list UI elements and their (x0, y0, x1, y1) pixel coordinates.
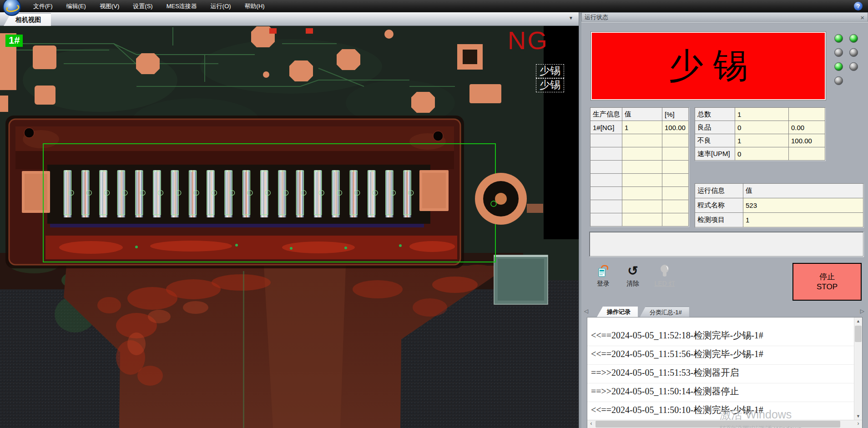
scroll-right-icon[interactable]: › (854, 420, 862, 428)
table-row: 速率[UPM]0 (695, 147, 825, 161)
status-light-on (834, 34, 843, 43)
table-row (590, 147, 689, 161)
log-horizontal-scrollbar[interactable]: ‹ › (587, 420, 862, 428)
status-light-off (834, 76, 843, 85)
scroll-up-icon[interactable]: ▲ (854, 317, 862, 325)
status-lights (834, 34, 866, 102)
table-cell: 1 (735, 108, 789, 121)
table-cell: 523 (743, 198, 863, 213)
defect-label: 少锡 (536, 78, 564, 92)
table-cell: 1 (622, 121, 662, 134)
panel-header: 运行状态 × (581, 12, 868, 22)
table-cell: 值 (622, 108, 662, 121)
table-cell: 良品 (695, 121, 735, 134)
table-row: 生产信息值[%] (590, 108, 689, 121)
tab-scroll-right-icon[interactable]: ▷ (860, 308, 864, 314)
defect-label: 少锡 (536, 64, 564, 78)
table-row: 检测项目1 (695, 213, 863, 227)
menu-item[interactable]: 编辑(E) (60, 2, 93, 10)
menu-item[interactable]: 文件(F) (26, 2, 60, 10)
status-light-off (834, 48, 843, 57)
log-entry: <<==2024-05-05_11:50:10-检测完毕-少锡-1# (587, 402, 854, 420)
led-light-button[interactable]: LED 灯 (649, 264, 681, 290)
table-cell: 速率[UPM] (695, 147, 735, 161)
table-cell (590, 200, 622, 213)
table-cell (789, 108, 825, 121)
table-cell (662, 174, 689, 187)
table-cell (662, 187, 689, 200)
table-cell (590, 174, 622, 187)
stop-label-cn: 停止 (819, 272, 835, 282)
table-row: 不良1100.00 (695, 134, 825, 147)
log-vertical-scrollbar[interactable]: ▲ ▼ (854, 317, 862, 420)
menu-item[interactable]: MES连接器 (160, 2, 204, 10)
panel-body: 少锡 生产信息值[%]1#[NG]1100.00 总数1良品00.00不良110… (581, 22, 868, 428)
led-bulb-icon (649, 264, 681, 279)
help-icon[interactable]: ? (854, 2, 863, 10)
log-entry: ==>>2024-05-05_11:51:53-检测器开启 (587, 365, 854, 383)
chevron-down-icon[interactable]: ▼ (569, 15, 573, 20)
status-light-on (834, 62, 843, 71)
tab-scroll-left-icon[interactable]: ◁ (584, 308, 588, 314)
run-status-panel: 运行状态 × 少锡 生产信息值[%]1#[NG]1100.00 总数1良品00.… (581, 12, 868, 428)
table-cell (590, 213, 622, 227)
clear-label: 清除 (626, 280, 639, 287)
table-cell: 100.00 (662, 121, 689, 134)
log-entry: <<==2024-05-05_11:51:56-检测完毕-少锡-1# (587, 346, 854, 365)
status-light-off (849, 62, 858, 71)
table-cell (622, 161, 662, 174)
run-info-table: 运行信息值程式名称523检测项目1 (695, 183, 863, 227)
panel-title: 运行状态 (585, 14, 608, 20)
table-cell: 值 (743, 184, 863, 198)
tab-operation-log[interactable]: 操作记录 (597, 307, 638, 317)
table-cell (789, 147, 825, 161)
table-cell (662, 200, 689, 213)
table-row: 程式名称523 (695, 198, 863, 213)
hscroll-thumb[interactable] (595, 421, 840, 428)
clear-button[interactable]: ↺ 清除 (620, 264, 646, 290)
table-cell: 1 (735, 134, 789, 147)
table-cell (622, 187, 662, 200)
table-cell (662, 213, 689, 227)
menu-item[interactable]: 视图(V) (93, 2, 126, 10)
menu-item[interactable]: 设置(S) (126, 2, 159, 10)
menu-item[interactable]: 运行(O) (204, 2, 238, 10)
tab-classification-summary[interactable]: 分类汇总-1# (640, 307, 689, 317)
operation-log: <<==2024-05-05_11:52:18-检测完毕-少锡-1#<<==20… (587, 317, 863, 428)
status-light-on (849, 34, 858, 43)
table-cell (622, 134, 662, 147)
table-cell (590, 134, 622, 147)
defect-banner: 少锡 (591, 32, 826, 100)
table-row: 良品00.00 (695, 121, 825, 134)
table-row: 总数1 (695, 108, 825, 121)
login-label: 登录 (597, 280, 610, 287)
table-row: 1#[NG]1100.00 (590, 121, 689, 134)
table-cell (590, 161, 622, 174)
vscroll-thumb[interactable] (855, 326, 862, 342)
scroll-down-icon[interactable]: ▼ (854, 413, 862, 420)
inspection-result-label: NG (508, 25, 549, 55)
production-table: 生产信息值[%]1#[NG]1100.00 (590, 107, 689, 227)
camera-view: 1# NG 少锡少锡 (0, 25, 579, 428)
scroll-left-icon[interactable]: ‹ (587, 420, 595, 428)
close-icon[interactable]: × (860, 13, 864, 22)
menu-item[interactable]: 帮助(H) (238, 2, 272, 10)
table-cell: 0.00 (789, 121, 825, 134)
menu-items: 文件(F)编辑(E)视图(V)设置(S)MES连接器运行(O)帮助(H) (26, 2, 272, 10)
stop-button[interactable]: 停止 STOP (792, 263, 862, 301)
login-badge-icon (590, 264, 616, 279)
status-light-off (849, 48, 858, 57)
table-row: 运行信息值 (695, 184, 863, 198)
table-row (590, 161, 689, 174)
clear-icon: ↺ (620, 264, 646, 279)
table-cell: 1 (743, 213, 863, 227)
table-cell: 运行信息 (695, 184, 743, 198)
table-cell (662, 161, 689, 174)
table-row (590, 200, 689, 213)
table-cell: 100.00 (789, 134, 825, 147)
login-button[interactable]: 登录 (590, 264, 616, 290)
table-cell: 0 (735, 121, 789, 134)
table-row (590, 174, 689, 187)
defect-banner-text: 少锡 (659, 43, 758, 90)
table-cell: 0 (735, 147, 789, 161)
